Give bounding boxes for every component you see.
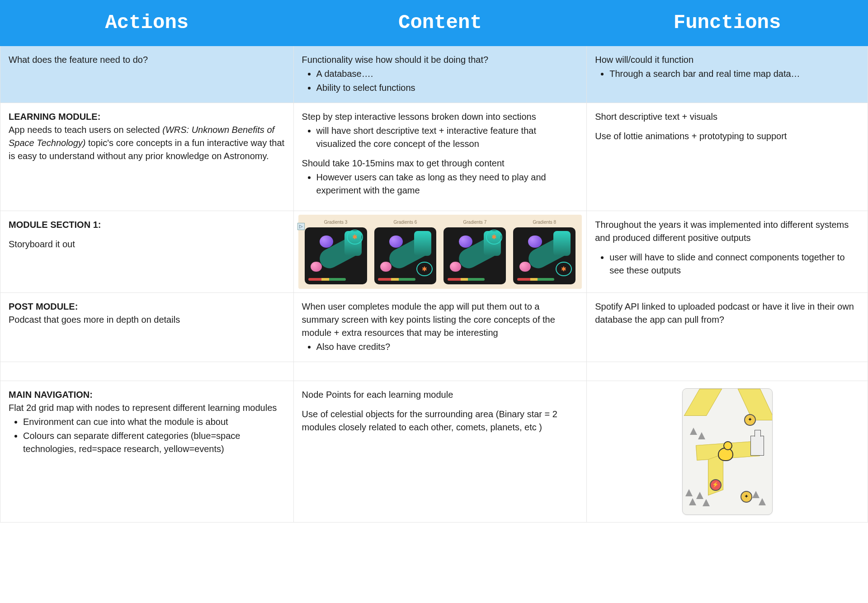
cell-actions: POST MODULE: Podcast that goes more in d… xyxy=(0,292,294,362)
row-body: Storyboard it out xyxy=(9,238,285,251)
row-body: App needs to teach users on selected (WR… xyxy=(9,123,285,163)
gradient-label: Gradients 6 xyxy=(394,219,417,226)
actions-bullet: Colours can separate different categorie… xyxy=(23,429,285,456)
content-p2: Should take 10-15mins max to get through… xyxy=(302,158,505,168)
gradient-label: Gradients 7 xyxy=(463,219,487,226)
subheader-functions-list: Through a search bar and real time map d… xyxy=(595,67,859,80)
row-main-navigation: MAIN NAVIGATION: Flat 2d grid map with n… xyxy=(0,381,868,522)
actions-bullet: Environment can cue into what the module… xyxy=(23,415,285,429)
content-bullet: Also have credits? xyxy=(316,340,579,353)
cell-content: Step by step interactive lessons broken … xyxy=(293,103,587,211)
content-p2: Use of celestial objects for the surroun… xyxy=(302,408,579,434)
subheader-content-item: A database…. xyxy=(316,67,579,80)
spacer-row xyxy=(0,362,868,381)
feature-spec-table: Actions Content Functions What does the … xyxy=(0,0,868,523)
gradient-card: Gradients 8 ✱ xyxy=(513,219,576,284)
subheader-content: Functionality wise how should it be doin… xyxy=(293,46,587,103)
subheader-content-item: Ability to select functions xyxy=(316,81,579,94)
castle-icon xyxy=(750,436,764,456)
cell-content: Node Points for each learning module Use… xyxy=(293,381,587,522)
functions-p1: Short descriptive text + visuals xyxy=(595,110,859,123)
cell-content: ▷ Gradients 3 ✱ Gradients 6 ✱ Gradients … xyxy=(293,211,587,292)
subheader-actions-text: What does the feature need to do? xyxy=(9,55,148,65)
col-header-content: Content xyxy=(293,0,587,46)
table-subheader-row: What does the feature need to do? Functi… xyxy=(0,46,868,103)
col-header-functions: Functions xyxy=(587,0,868,46)
gradient-tile: ✱ xyxy=(443,227,506,284)
row-title: MAIN NAVIGATION: xyxy=(9,388,285,401)
map-node-icon: ✦ xyxy=(741,491,752,503)
subheader-actions: What does the feature need to do? xyxy=(0,46,294,103)
functions-p1: Throughout the years it was implemented … xyxy=(595,218,859,245)
functions-p2: Use of lottie animations + prototyping t… xyxy=(595,130,859,143)
cell-actions: MODULE SECTION 1: Storyboard it out xyxy=(0,211,294,292)
row-learning-module: LEARNING MODULE: App needs to teach user… xyxy=(0,103,868,211)
content-bullet: However users can take as long as they n… xyxy=(316,171,579,197)
gradient-card: Gradients 3 ✱ xyxy=(305,219,367,284)
play-icon[interactable]: ▷ xyxy=(297,223,305,230)
functions-p: Spotify API linked to uploaded podcast o… xyxy=(595,302,854,325)
table-header-row: Actions Content Functions xyxy=(0,0,868,46)
map-node-icon: ⚡ xyxy=(710,479,722,491)
spacer-cell xyxy=(293,362,587,381)
gradient-label: Gradients 3 xyxy=(324,219,348,226)
content-p1: Node Points for each learning module xyxy=(302,388,579,401)
functions-bullet: user will have to slide and connect comp… xyxy=(609,251,859,277)
gradient-card: Gradients 7 ✱ xyxy=(443,219,506,284)
row-post-module: POST MODULE: Podcast that goes more in d… xyxy=(0,292,868,362)
gradients-preview: ▷ Gradients 3 ✱ Gradients 6 ✱ Gradients … xyxy=(298,215,582,289)
content-p: When user completes module the app will … xyxy=(302,302,555,338)
spacer-cell xyxy=(587,362,868,381)
row-title: POST MODULE: xyxy=(9,300,285,313)
col-header-actions: Actions xyxy=(0,0,294,46)
map-node-icon: ✦ xyxy=(744,414,756,426)
content-p1: Step by step interactive lessons broken … xyxy=(302,112,536,122)
row-body: Flat 2d grid map with nodes to represent… xyxy=(9,401,285,415)
cell-functions: Spotify API linked to uploaded podcast o… xyxy=(587,292,868,362)
cell-content: When user completes module the app will … xyxy=(293,292,587,362)
row-title: LEARNING MODULE: xyxy=(9,110,285,123)
cell-actions: LEARNING MODULE: App needs to teach user… xyxy=(0,103,294,211)
cell-functions: Throughout the years it was implemented … xyxy=(587,211,868,292)
subheader-functions-intro: How will/could it function xyxy=(595,55,693,65)
content-block: Step by step interactive lessons broken … xyxy=(302,110,579,151)
map-illustration: ✦ ⚡ ✦ xyxy=(682,388,773,515)
gradient-card: Gradients 6 ✱ xyxy=(374,219,437,284)
row-body: Podcast that goes more in depth on detai… xyxy=(9,313,285,326)
subheader-content-list: A database…. Ability to select functions xyxy=(302,67,579,94)
content-block: Should take 10-15mins max to get through… xyxy=(302,157,579,197)
row-module-section-1: MODULE SECTION 1: Storyboard it out ▷ Gr… xyxy=(0,211,868,292)
subheader-functions-item: Through a search bar and real time map d… xyxy=(609,67,859,80)
gradient-label: Gradients 8 xyxy=(533,219,556,226)
character-icon xyxy=(717,443,735,461)
cell-functions: Short descriptive text + visuals Use of … xyxy=(587,103,868,211)
row-title: MODULE SECTION 1: xyxy=(9,218,285,231)
cell-actions: MAIN NAVIGATION: Flat 2d grid map with n… xyxy=(0,381,294,522)
spacer-cell xyxy=(0,362,294,381)
gradient-tile: ✱ xyxy=(513,227,576,284)
subheader-content-intro: Functionality wise how should it be doin… xyxy=(302,55,488,65)
subheader-functions: How will/could it function Through a sea… xyxy=(587,46,868,103)
gradient-tile: ✱ xyxy=(374,227,437,284)
cell-functions: ✦ ⚡ ✦ xyxy=(587,381,868,522)
gradient-tile: ✱ xyxy=(305,227,367,284)
text-pre: App needs to teach users on selected xyxy=(9,125,162,135)
content-bullet: will have short descriptive text + inter… xyxy=(316,124,579,151)
